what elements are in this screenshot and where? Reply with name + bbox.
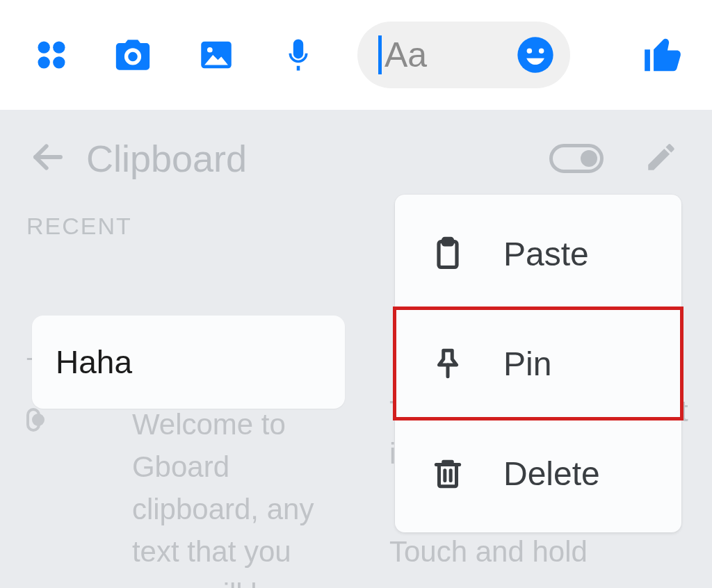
clipboard-icon xyxy=(426,234,470,274)
recent-clip-item[interactable]: Haha xyxy=(32,316,345,409)
menu-label: Paste xyxy=(503,235,589,273)
svg-point-7 xyxy=(527,48,532,53)
menu-label: Delete xyxy=(503,455,600,493)
recent-label: RECENT xyxy=(26,213,132,240)
svg-point-1 xyxy=(53,42,65,54)
keyboard-clipboard-panel: Clipboard RECENT TIPS Welcome to Gboard … xyxy=(0,110,712,588)
menu-item-paste[interactable]: Paste xyxy=(395,199,681,309)
svg-point-5 xyxy=(207,47,213,53)
camera-icon[interactable] xyxy=(113,35,153,75)
composer-bar: Aa xyxy=(0,0,712,110)
clipboard-header: Clipboard xyxy=(0,131,712,186)
trash-icon xyxy=(426,454,470,493)
text-caret xyxy=(378,35,382,74)
svg-point-3 xyxy=(53,56,65,68)
image-icon[interactable] xyxy=(196,35,236,75)
pin-icon xyxy=(426,343,470,384)
message-placeholder: Aa xyxy=(385,35,516,75)
edit-icon[interactable] xyxy=(644,140,679,177)
menu-label: Pin xyxy=(503,345,551,383)
menu-item-delete[interactable]: Delete xyxy=(395,418,681,528)
clipboard-toggle[interactable] xyxy=(549,144,604,173)
back-icon[interactable] xyxy=(29,138,67,179)
emoji-icon[interactable] xyxy=(516,35,555,74)
svg-rect-13 xyxy=(439,465,457,487)
tip-right-text-2: Touch and hold xyxy=(389,531,688,573)
recent-clip-text: Haha xyxy=(56,343,132,381)
clip-context-menu: Paste Pin Delete xyxy=(395,195,681,532)
svg-point-6 xyxy=(517,37,553,72)
menu-item-pin[interactable]: Pin xyxy=(395,309,681,418)
tip-left-text: Welcome to Gboard clipboard, any text th… xyxy=(132,404,353,588)
microphone-icon[interactable] xyxy=(280,36,317,74)
apps-icon[interactable] xyxy=(33,37,70,73)
svg-rect-11 xyxy=(444,238,453,245)
clipboard-title: Clipboard xyxy=(86,137,549,180)
thumbs-up-icon[interactable] xyxy=(641,33,684,76)
message-input[interactable]: Aa xyxy=(357,22,570,88)
tip-toggle-icon xyxy=(26,408,40,432)
svg-point-0 xyxy=(38,42,50,54)
svg-point-2 xyxy=(38,56,50,68)
svg-point-8 xyxy=(539,48,544,53)
